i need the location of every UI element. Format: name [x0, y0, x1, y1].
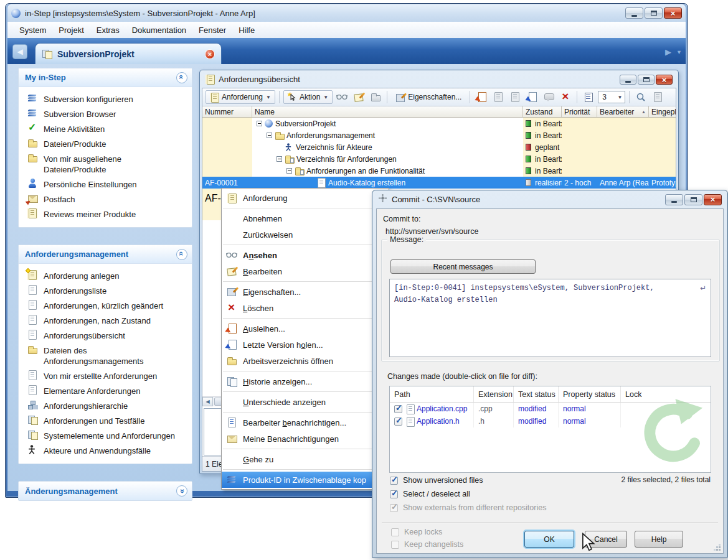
- close-button[interactable]: ×: [704, 194, 722, 205]
- menu-hilfe[interactable]: Hilfe: [233, 23, 260, 37]
- column-eingeplant[interactable]: Eingeplant für: [649, 106, 676, 117]
- menu-item-anforderung[interactable]: Anforderung: [222, 190, 389, 206]
- anforderung-dropdown-button[interactable]: Anforderung ▼: [206, 90, 275, 104]
- sidebar-item-subversion-browser[interactable]: Subversion Browser: [19, 106, 192, 121]
- collapse-chevron-icon[interactable]: «: [176, 72, 187, 83]
- tab-close-icon[interactable]: ×: [205, 49, 215, 59]
- tree-collapse-icon[interactable]: [257, 121, 262, 126]
- tree-collapse-icon[interactable]: [286, 168, 292, 174]
- sidebar-item-reviews[interactable]: Reviews meiner Produkte: [19, 207, 192, 222]
- view-button[interactable]: [334, 90, 349, 104]
- menu-item-bearbeiten[interactable]: Bearbeiten: [222, 263, 389, 279]
- table-row-audio-katalog-selected[interactable]: AF-00001 Audio-Katalog erstellen realisi…: [202, 177, 676, 189]
- menu-item-gehe-zu[interactable]: Gehe zu: [222, 451, 389, 467]
- column-name[interactable]: Name: [252, 106, 523, 117]
- resize-grip[interactable]: [719, 549, 721, 551]
- comment-button[interactable]: [541, 90, 556, 104]
- sidebar-item-postfach[interactable]: Postfach: [19, 192, 192, 207]
- menu-system[interactable]: System: [14, 23, 52, 37]
- main-titlebar[interactable]: in-Step [instepsystems\eSystem - Subvers…: [7, 4, 686, 22]
- menu-item-ansehen[interactable]: Ansehen: [222, 247, 389, 263]
- menu-fenster[interactable]: Fenster: [193, 23, 232, 37]
- column-property-status[interactable]: Property status: [559, 386, 621, 402]
- table-row-anforderungsmanagement[interactable]: Anforderungsmanagement in Bearbeitung: [202, 129, 676, 141]
- table-row-anforderungen-funktionalitaet[interactable]: Anforderungen an die Funktionalität in B…: [202, 165, 676, 177]
- search-button[interactable]: [633, 90, 648, 104]
- select-deselect-all-checkbox[interactable]: Select / deselect all: [390, 490, 470, 498]
- delete-button[interactable]: [558, 90, 573, 104]
- sidebar-item-systemelemente[interactable]: Systemelemente und Anforderungen: [19, 428, 192, 443]
- restore-button[interactable]: [638, 75, 655, 85]
- minimize-button[interactable]: [665, 194, 683, 205]
- restore-button[interactable]: [645, 7, 663, 19]
- close-button[interactable]: ×: [664, 7, 682, 19]
- recent-messages-button[interactable]: Recent messages: [390, 259, 536, 274]
- collapse-chevron-icon[interactable]: «: [176, 249, 187, 260]
- minimize-button[interactable]: [620, 75, 636, 85]
- eigenschaften-button[interactable]: Eigenschaften...: [391, 90, 466, 104]
- nav-dropdown-icon[interactable]: ▼: [676, 49, 682, 55]
- refresh-button[interactable]: [650, 90, 665, 104]
- menu-item-loeschen[interactable]: Löschen: [222, 300, 389, 316]
- nav-forward-icon[interactable]: ▶: [665, 47, 671, 57]
- checkbox-checked-icon[interactable]: [390, 490, 398, 498]
- menu-item-arbeitsverzeichnis-oeffnen[interactable]: Arbeitsverzeichnis öffnen: [222, 353, 389, 369]
- menu-item-produkt-id-kopieren[interactable]: Produkt-ID in Zwischenablage kop: [222, 472, 389, 488]
- table-row-verzeichnis-anforderungen[interactable]: Verzeichnis für Anforderungen in Bearbei…: [202, 153, 676, 165]
- column-lock[interactable]: Lock: [621, 386, 711, 402]
- tab-subversionprojekt[interactable]: SubversionProjekt ×: [35, 43, 222, 64]
- sidebar-item-akteure[interactable]: Akteure und Anwendungsfälle: [19, 443, 192, 458]
- menu-item-meine-benachrichtigungen[interactable]: Meine Benachrichtigungen: [222, 431, 389, 447]
- nav-back-button[interactable]: ◀: [12, 44, 27, 59]
- menu-item-ausleihen[interactable]: Ausleihen...: [222, 320, 389, 337]
- restore-button[interactable]: [684, 194, 702, 205]
- sidebar-item-dateien-produkte[interactable]: Dateien/Produkte: [19, 136, 192, 151]
- sidebar-item-ausgeliehene-dateien[interactable]: Von mir ausgeliehene Dateien/Produkte: [19, 151, 192, 177]
- tree-collapse-icon[interactable]: [267, 133, 272, 138]
- file-row-application-cpp[interactable]: Application.cpp .cpp modified normal: [390, 403, 711, 415]
- column-text-status[interactable]: Text status: [514, 386, 559, 402]
- help-button[interactable]: Help: [635, 531, 683, 548]
- menu-dokumentation[interactable]: Dokumentation: [126, 23, 192, 37]
- commit-titlebar[interactable]: Commit - C:\SVN\source ×: [374, 191, 726, 208]
- file-row-application-h[interactable]: Application.h .h modified normal: [390, 415, 711, 427]
- sidebar-item-persoenliche-einstellungen[interactable]: Persönliche Einstellungen: [19, 177, 192, 192]
- close-button[interactable]: ×: [656, 75, 673, 85]
- undo-checkout-button[interactable]: [508, 90, 522, 104]
- file-checkbox[interactable]: [394, 418, 402, 426]
- overview-titlebar[interactable]: Anforderungsübersicht ×: [202, 71, 676, 88]
- column-nummer[interactable]: Nummer: [202, 106, 252, 117]
- menu-item-abnehmen[interactable]: Abnehmen: [222, 210, 389, 226]
- checkin-button[interactable]: [491, 90, 506, 104]
- sidebar-item-anforderungsliste[interactable]: Anforderungsliste: [19, 283, 192, 298]
- checkbox-checked-icon[interactable]: [390, 477, 398, 485]
- get-version-button[interactable]: [524, 90, 539, 104]
- section-header-aenderungsmanagement[interactable]: Änderungsmanagement «: [19, 482, 192, 500]
- section-header-my-instep[interactable]: My in-Step «: [19, 68, 192, 87]
- ok-button[interactable]: OK: [524, 531, 574, 548]
- scroll-left-icon[interactable]: ◀: [202, 397, 213, 406]
- sidebar-item-anforderung-anlegen[interactable]: Anforderung anlegen: [19, 268, 192, 283]
- menu-extras[interactable]: Extras: [91, 23, 125, 37]
- sidebar-item-anforderungen-kuerzlich[interactable]: Anforderungen, kürzlich geändert: [19, 298, 192, 313]
- menu-item-eigenschaften[interactable]: Eigenschaften...: [222, 284, 389, 300]
- menu-item-bearbeiter-benachrichtigen[interactable]: Bearbeiter benachrichtigen...: [222, 414, 389, 431]
- show-unversioned-checkbox[interactable]: Show unversioned files: [390, 476, 483, 485]
- detail-level-combobox[interactable]: 3 ▼: [598, 91, 625, 103]
- sidebar-item-anforderungen-testfaelle[interactable]: Anforderungen und Testfälle: [19, 413, 192, 428]
- table-row-projekt[interactable]: SubversionProjekt in Bearbeitung: [202, 118, 676, 129]
- sidebar-item-meine-aktivitaeten[interactable]: Meine Aktivitäten: [19, 121, 192, 136]
- column-prioritaet[interactable]: Priorität: [562, 106, 597, 117]
- sidebar-item-elementare-anforderungen[interactable]: Elementare Anforderungen: [19, 383, 192, 398]
- sidebar-item-subversion-konfigurieren[interactable]: Subversion konfigurieren: [19, 91, 192, 106]
- column-path[interactable]: Path: [390, 386, 474, 402]
- commit-message-textarea[interactable]: [in-Step:0-0041] instepsystems\eSystem, …: [389, 279, 711, 357]
- menu-item-letzte-version-holen[interactable]: Letzte Version holen...: [222, 337, 389, 353]
- minimize-button[interactable]: [625, 7, 643, 19]
- sidebar-item-von-mir-erstellte[interactable]: Von mir erstellte Anforderungen: [19, 368, 192, 383]
- checkout-button[interactable]: [474, 90, 489, 104]
- column-zustand[interactable]: Zustand: [523, 106, 562, 117]
- menu-item-unterschiede-anzeigen[interactable]: Unterschiede anzeigen: [222, 394, 389, 410]
- sidebar-item-dateien-des-am[interactable]: Dateien des Anforderungsmanagements: [19, 343, 192, 368]
- tree-collapse-icon[interactable]: [277, 156, 282, 162]
